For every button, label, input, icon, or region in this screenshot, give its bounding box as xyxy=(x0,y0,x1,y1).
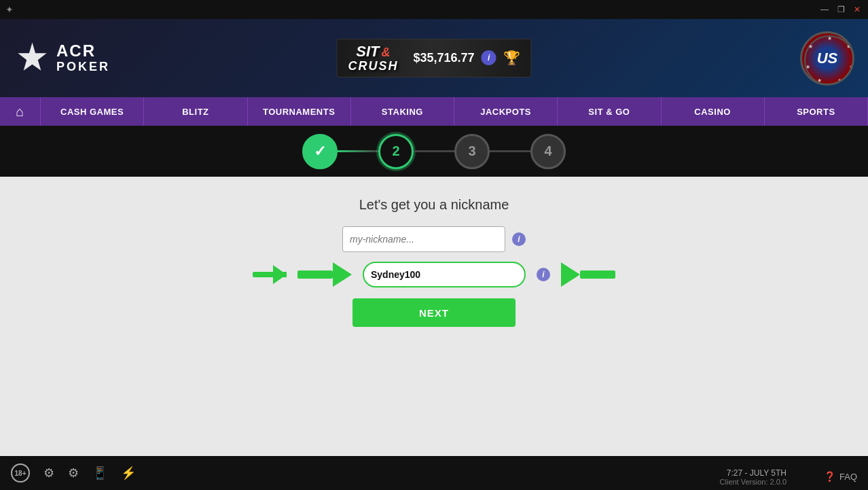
share-icon[interactable]: ⚡ xyxy=(121,466,136,480)
nickname-active-input[interactable] xyxy=(363,262,526,287)
age-restriction-icon: 18+ xyxy=(11,463,30,483)
svg-marker-0 xyxy=(18,43,46,71)
step-2-number: 2 xyxy=(392,143,399,159)
close-button[interactable]: ✕ xyxy=(852,5,863,14)
footer-left: 18+ ⚙ ⚙ 📱 ⚡ xyxy=(11,463,136,483)
step-line-1-2 xyxy=(338,150,378,152)
sports-label: SPORTS xyxy=(797,107,835,117)
window-controls[interactable]: — ❐ ✕ xyxy=(819,5,863,14)
svg-rect-12 xyxy=(580,270,615,279)
casino-label: CASINO xyxy=(694,107,731,117)
footer-time: 7:27 - JULY 5TH xyxy=(720,468,786,478)
sit-crush-banner: SIT & CRUSH $35,716.77 i 🏆 xyxy=(336,39,531,78)
app-icon: ✦ xyxy=(5,4,14,15)
header: ACR POKER SIT & CRUSH $35,716.77 i 🏆 ★ ★… xyxy=(0,19,868,97)
svg-text:★: ★ xyxy=(849,64,854,70)
page-title: Let's get you a nickname xyxy=(359,197,509,213)
amp-label: & xyxy=(382,46,391,60)
footer-version: Client Version: 2.0.0 xyxy=(720,478,786,486)
svg-marker-11 xyxy=(561,262,580,287)
svg-text:★: ★ xyxy=(817,77,822,84)
active-input-row: i xyxy=(253,262,615,287)
next-button[interactable]: NEXT xyxy=(352,298,516,327)
question-icon: ❓ xyxy=(824,471,835,482)
nav-tournaments[interactable]: TOURNAMENTS xyxy=(248,97,351,126)
svg-marker-10 xyxy=(333,262,352,287)
title-bar: ✦ — ❐ ✕ xyxy=(0,0,868,19)
navbar: ⌂ CASH GAMES BLITZ TOURNAMENTS STAKING J… xyxy=(0,97,868,126)
nickname-placeholder-input[interactable] xyxy=(342,226,505,252)
us-text: US xyxy=(817,50,838,67)
step-2-circle: 2 xyxy=(378,134,414,169)
nav-sit-go[interactable]: SIT & GO xyxy=(558,97,661,126)
step-2-container: 2 xyxy=(378,134,414,169)
home-icon: ⌂ xyxy=(16,104,24,120)
nav-staking[interactable]: STAKING xyxy=(351,97,454,126)
crush-label: CRUSH xyxy=(348,60,398,73)
step-line-3-4 xyxy=(490,150,530,152)
logo-star-icon xyxy=(14,39,51,77)
banner-amount: $35,716.77 xyxy=(413,51,474,65)
cash-games-label: CASH GAMES xyxy=(60,107,124,117)
step-1-check: ✓ xyxy=(314,143,326,160)
tech-labs-icon[interactable]: ⚙ xyxy=(43,466,54,480)
nav-casino[interactable]: CASINO xyxy=(662,97,765,126)
faq-button[interactable]: ❓ FAQ xyxy=(824,471,857,482)
nav-jackpots[interactable]: JACKPOTS xyxy=(454,97,558,126)
trophy-icon[interactable]: 🏆 xyxy=(503,50,520,66)
progress-steps: ✓ 2 3 4 xyxy=(0,126,868,177)
info-icon[interactable]: i xyxy=(482,50,496,65)
logo-text: ACR POKER xyxy=(56,42,110,73)
staking-label: STAKING xyxy=(382,107,423,117)
step-3-container: 3 xyxy=(454,134,490,169)
mobile-icon[interactable]: 📱 xyxy=(92,466,107,480)
nav-blitz[interactable]: BLITZ xyxy=(144,97,247,126)
step-4-circle: 4 xyxy=(530,134,566,169)
us-region-indicator: ★ ★ ★ ★ ★ ★ ★ US xyxy=(800,31,854,86)
active-input-wrapper xyxy=(363,262,526,287)
step-1-container: ✓ xyxy=(302,134,338,169)
left-green-arrow xyxy=(297,262,352,287)
maximize-button[interactable]: ❐ xyxy=(835,5,846,14)
main-content: Let's get you a nickname i i NEXT xyxy=(0,177,868,456)
step-1-circle: ✓ xyxy=(302,134,338,169)
step-line-2-3 xyxy=(414,150,454,152)
faq-label: FAQ xyxy=(839,472,857,482)
svg-text:★: ★ xyxy=(806,64,810,70)
sit-go-label: SIT & GO xyxy=(588,107,630,117)
svg-text:★: ★ xyxy=(846,43,851,50)
settings-icon[interactable]: ⚙ xyxy=(68,466,79,480)
right-green-arrow xyxy=(561,262,615,287)
left-arrow-annotation xyxy=(253,272,287,277)
nav-sports[interactable]: SPORTS xyxy=(765,97,868,126)
footer: 18+ ⚙ ⚙ 📱 ⚡ 7:27 - JULY 5TH Client Versi… xyxy=(0,456,868,490)
svg-text:★: ★ xyxy=(808,43,813,50)
step-4-container: 4 xyxy=(530,134,566,169)
step-3-number: 3 xyxy=(468,143,475,159)
blitz-label: BLITZ xyxy=(182,107,209,117)
minimize-button[interactable]: — xyxy=(819,5,830,14)
svg-text:★: ★ xyxy=(827,35,832,41)
svg-rect-9 xyxy=(297,270,333,279)
step-4-number: 4 xyxy=(544,143,551,159)
jackpots-label: JACKPOTS xyxy=(480,107,531,117)
nickname-info-icon[interactable]: i xyxy=(512,232,526,246)
logo-area: ACR POKER xyxy=(14,39,110,77)
nav-cash-games[interactable]: CASH GAMES xyxy=(41,97,144,126)
placeholder-input-row: i xyxy=(342,226,526,252)
tournaments-label: TOURNAMENTS xyxy=(263,107,335,117)
step-3-circle: 3 xyxy=(454,134,490,169)
svg-text:★: ★ xyxy=(837,77,842,84)
sit-label: SIT xyxy=(356,43,379,60)
nav-home[interactable]: ⌂ xyxy=(0,97,41,126)
active-info-icon[interactable]: i xyxy=(537,268,550,281)
